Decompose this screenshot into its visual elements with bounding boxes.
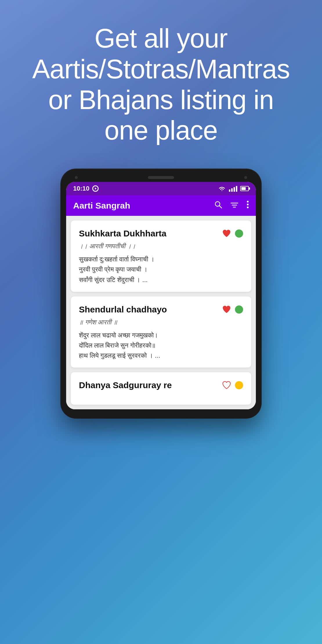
- song-card-1[interactable]: Sukhkarta Dukhharta ।। आरती गणपतीची ।। स…: [71, 220, 251, 292]
- toolbar-icons: [214, 200, 249, 211]
- search-icon[interactable]: [214, 200, 222, 211]
- status-time: 10:10: [73, 185, 89, 192]
- svg-line-1: [219, 206, 222, 208]
- song-card-2[interactable]: Shendurlal chadhayo ॥ गणेश आरती ॥ शेंदुर…: [71, 296, 251, 368]
- filter-icon[interactable]: [230, 201, 238, 210]
- status-bar: 10:10: [66, 182, 256, 195]
- hero-line3: or Bhajans listing in: [48, 85, 274, 115]
- status-left: 10:10: [73, 185, 99, 192]
- hero-section: Get all your Aartis/Stotras/Mantras or B…: [0, 0, 322, 163]
- status-dot-3: [235, 381, 243, 389]
- heart-icon-3[interactable]: [222, 380, 231, 390]
- hero-headline: Get all your Aartis/Stotras/Mantras or B…: [17, 23, 305, 146]
- card-icons-3: [222, 380, 243, 390]
- card-header-2: Shendurlal chadhayo: [79, 305, 243, 314]
- speaker-grille: [148, 176, 174, 179]
- card-header-3: Dhanya Sadgururay re: [79, 380, 243, 390]
- song-title-2: Shendurlal chadhayo: [79, 305, 222, 314]
- song-title-3: Dhanya Sadgururay re: [79, 380, 222, 390]
- status-dot-2: [235, 305, 243, 314]
- hero-line2: Aartis/Stotras/Mantras: [32, 54, 290, 84]
- hero-line1: Get all your: [95, 23, 227, 53]
- svg-point-5: [247, 201, 249, 202]
- media-icon: [92, 185, 99, 192]
- more-options-icon[interactable]: [247, 200, 249, 211]
- wifi-icon: [218, 185, 226, 192]
- phone-screen: 10:10: [66, 182, 256, 409]
- app-content: Sukhkarta Dukhharta ।। आरती गणपतीची ।। स…: [66, 216, 256, 409]
- song-title-1: Sukhkarta Dukhharta: [79, 229, 222, 238]
- battery-fill: [241, 187, 246, 190]
- card-icons-2: [222, 305, 243, 314]
- song-lyrics-2: शेंदुर लाल चढायो अच्छा गजमुखको। दोंदिल ल…: [79, 330, 243, 361]
- song-card-3[interactable]: Dhanya Sadgururay re: [71, 372, 251, 405]
- svg-point-7: [247, 207, 249, 208]
- status-right: [218, 185, 249, 192]
- card-header-1: Sukhkarta Dukhharta: [79, 229, 243, 238]
- song-lyrics-1: सुखकर्ता दु:खहर्ता वार्ता विघ्नाची । नुर…: [79, 254, 243, 285]
- status-dot-1: [235, 229, 243, 238]
- phone-mockup: 10:10: [61, 169, 261, 418]
- sensor-dot: [244, 176, 247, 179]
- hero-line4: one place: [104, 115, 218, 145]
- svg-point-6: [247, 204, 249, 205]
- signal-icon: [229, 185, 237, 192]
- phone-mockup-container: 10:10: [0, 163, 322, 418]
- song-subtitle-1: ।। आरती गणपतीची ।।: [79, 243, 243, 250]
- song-subtitle-2: ॥ गणेश आरती ॥: [79, 319, 243, 326]
- card-icons-1: [222, 229, 243, 238]
- battery-icon: [240, 186, 249, 191]
- heart-icon-2[interactable]: [222, 305, 231, 314]
- front-camera: [75, 176, 78, 179]
- app-title: Aarti Sangrah: [73, 201, 130, 211]
- app-toolbar: Aarti Sangrah: [66, 195, 256, 216]
- heart-icon-1[interactable]: [222, 229, 231, 238]
